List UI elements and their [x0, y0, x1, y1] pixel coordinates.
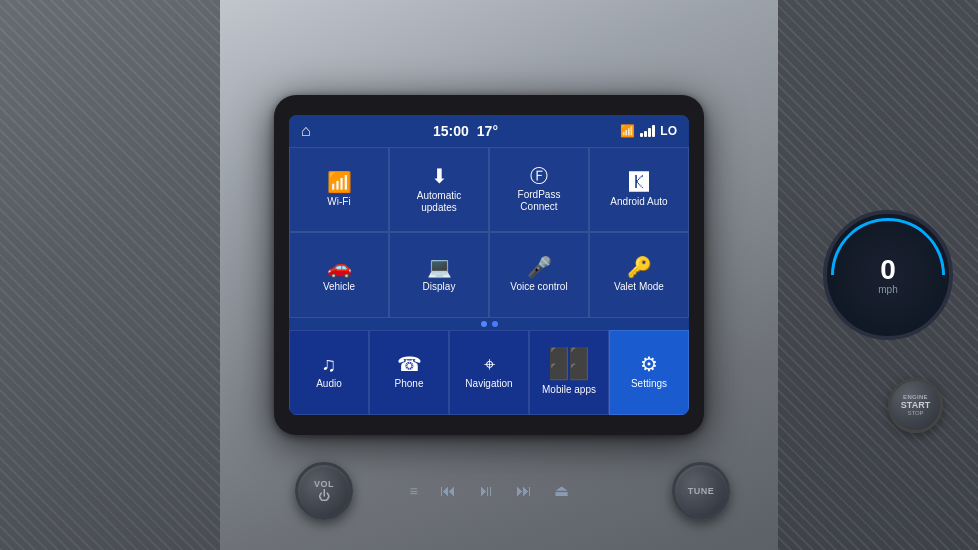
- wifi-status-icon: 📶: [620, 124, 635, 138]
- auto-updates-cell[interactable]: ⬇ Automaticupdates: [389, 147, 489, 232]
- display-label: Display: [423, 281, 456, 293]
- play-pause-button[interactable]: ⏯: [474, 478, 498, 504]
- status-bar: ⌂ 15:00 17° 📶 LO: [289, 115, 689, 147]
- display-cell[interactable]: 💻 Display: [389, 232, 489, 317]
- pagination: [289, 318, 689, 330]
- bar2: [644, 131, 647, 137]
- dot-1: [481, 321, 487, 327]
- engine-label-stop: STOP: [907, 410, 923, 416]
- mobile-apps-cell[interactable]: ⬛⬛⬛⬛ Mobile apps: [529, 330, 609, 415]
- settings-label: Settings: [631, 378, 667, 390]
- wifi-label: Wi-Fi: [327, 196, 350, 208]
- temperature: 17°: [477, 123, 498, 139]
- grid-row-2: 🚗 Vehicle 💻 Display 🎤 Voice control 🔑 Va…: [289, 232, 689, 317]
- fordpass-cell[interactable]: Ⓕ FordPassConnect: [489, 147, 589, 232]
- vol-label: VOL: [314, 479, 334, 489]
- navigation-cell[interactable]: ⌖ Navigation: [449, 330, 529, 415]
- android-auto-cell[interactable]: 🅺 Android Auto: [589, 147, 689, 232]
- voice-control-label: Voice control: [510, 281, 567, 293]
- scene: ⌂ 15:00 17° 📶 LO: [0, 0, 978, 550]
- media-buttons: ≡ ⏮ ⏯ ⏭ ⏏: [405, 477, 572, 504]
- status-center: 15:00 17°: [433, 123, 498, 139]
- fordpass-label: FordPassConnect: [518, 189, 561, 213]
- carbon-texture-left: [0, 0, 220, 550]
- settings-cell[interactable]: ⚙ Settings: [609, 330, 689, 415]
- grid-row-1: 📶 Wi-Fi ⬇ Automaticupdates Ⓕ FordPassCon…: [289, 147, 689, 232]
- audio-cell[interactable]: ♫ Audio: [289, 330, 369, 415]
- valet-icon: 🔑: [627, 257, 652, 277]
- speed-unit: mph: [878, 284, 897, 295]
- auto-updates-label: Automaticupdates: [417, 190, 461, 214]
- engine-button-container: ENGINE START STOP: [888, 378, 943, 433]
- bar3: [648, 128, 651, 137]
- grid-area: 📶 Wi-Fi ⬇ Automaticupdates Ⓕ FordPassCon…: [289, 147, 689, 415]
- engine-label-start: START: [901, 400, 930, 410]
- eject-button[interactable]: ⏏: [550, 477, 573, 504]
- download-icon: ⬇: [431, 166, 448, 186]
- speed-value: 0: [880, 256, 896, 284]
- bar1: [640, 133, 643, 137]
- fordpass-icon: Ⓕ: [530, 167, 548, 185]
- mobile-apps-label: Mobile apps: [542, 384, 596, 396]
- engine-start-stop-button[interactable]: ENGINE START STOP: [888, 378, 943, 433]
- navigation-icon: ⌖: [484, 354, 495, 374]
- phone-cell[interactable]: ☎ Phone: [369, 330, 449, 415]
- settings-icon: ⚙: [640, 354, 658, 374]
- voice-control-cell[interactable]: 🎤 Voice control: [489, 232, 589, 317]
- audio-label: Audio: [316, 378, 342, 390]
- navigation-label: Navigation: [465, 378, 512, 390]
- phone-icon: ☎: [397, 354, 422, 374]
- clock: 15:00: [433, 123, 469, 139]
- eq-button[interactable]: ≡: [405, 479, 421, 503]
- valet-mode-label: Valet Mode: [614, 281, 664, 293]
- mobile-apps-icon: ⬛⬛⬛⬛: [549, 348, 589, 380]
- vehicle-icon: 🚗: [327, 257, 352, 277]
- signal-label: LO: [660, 124, 677, 138]
- tune-knob-container: TUNE: [672, 462, 730, 520]
- screen-bezel: ⌂ 15:00 17° 📶 LO: [274, 95, 704, 435]
- prev-button[interactable]: ⏮: [436, 478, 460, 504]
- tune-knob[interactable]: TUNE: [672, 462, 730, 520]
- speedometer: 0 mph: [823, 210, 953, 340]
- wifi-icon: 📶: [327, 172, 352, 192]
- power-icon: ⏻: [318, 489, 330, 503]
- display-icon: 💻: [427, 257, 452, 277]
- infotainment-screen: ⌂ 15:00 17° 📶 LO: [289, 115, 689, 415]
- voice-icon: 🎤: [527, 257, 552, 277]
- dot-2: [492, 321, 498, 327]
- signal-bars: [640, 125, 655, 137]
- bar4: [652, 125, 655, 137]
- tune-label: TUNE: [688, 486, 715, 496]
- android-auto-icon: 🅺: [629, 172, 649, 192]
- home-icon[interactable]: ⌂: [301, 122, 311, 140]
- grid-row-3: ♫ Audio ☎ Phone ⌖ Navigation ⬛⬛⬛⬛ Mobile…: [289, 330, 689, 415]
- vehicle-label: Vehicle: [323, 281, 355, 293]
- phone-label: Phone: [395, 378, 424, 390]
- vol-knob[interactable]: VOL ⏻: [295, 462, 353, 520]
- audio-icon: ♫: [322, 354, 337, 374]
- speedo-circle: 0 mph: [823, 210, 953, 340]
- vol-knob-container: VOL ⏻: [295, 462, 353, 520]
- vehicle-cell[interactable]: 🚗 Vehicle: [289, 232, 389, 317]
- next-button[interactable]: ⏭: [512, 478, 536, 504]
- android-auto-label: Android Auto: [610, 196, 667, 208]
- status-right: 📶 LO: [620, 124, 677, 138]
- wifi-cell[interactable]: 📶 Wi-Fi: [289, 147, 389, 232]
- valet-mode-cell[interactable]: 🔑 Valet Mode: [589, 232, 689, 317]
